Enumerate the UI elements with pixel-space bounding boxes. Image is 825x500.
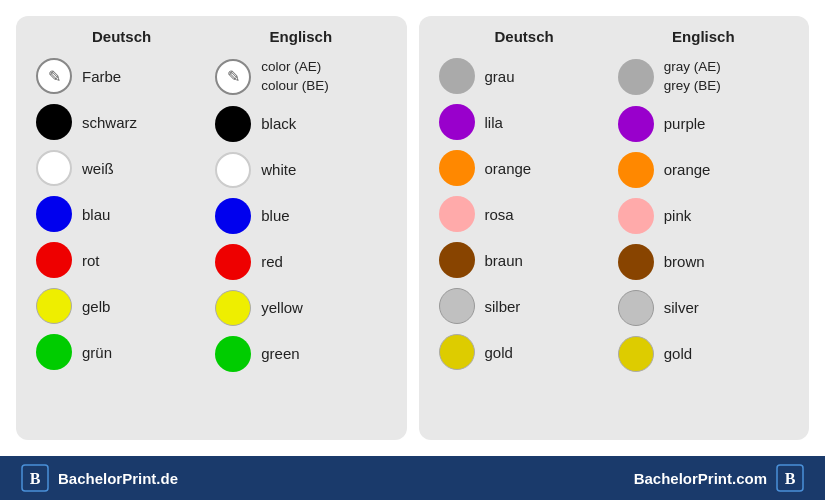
right-card: Deutsch graulilaorangerosabraunsilbergol… [419,16,810,440]
color-row-de-5: gelb [32,283,211,329]
right-col-en-header: Englisch [614,28,793,45]
color-row-en-6: gold [614,331,793,377]
color-row-en-2: white [211,147,390,193]
color-row-en-5: silver [614,285,793,331]
color-row-en-3: blue [211,193,390,239]
left-card: Deutsch ✎Farbeschwarzweißblaurotgelbgrün… [16,16,407,440]
color-row-de-0: ✎Farbe [32,53,211,99]
svg-text:B: B [30,470,41,487]
right-col-de: Deutsch graulilaorangerosabraunsilbergol… [435,28,614,377]
color-row-de-6: gold [435,329,614,375]
footer-right-brand[interactable]: BachelorPrint.com B [634,463,805,493]
color-row-de-3: blau [32,191,211,237]
color-row-en-6: green [211,331,390,377]
color-row-de-4: rot [32,237,211,283]
color-row-de-0: grau [435,53,614,99]
color-row-de-1: lila [435,99,614,145]
color-row-en-4: brown [614,239,793,285]
right-col-en: Englisch gray (AE)grey (BE)purpleorangep… [614,28,793,377]
color-row-de-1: schwarz [32,99,211,145]
svg-text:B: B [785,470,796,487]
color-row-de-2: weiß [32,145,211,191]
color-row-de-4: braun [435,237,614,283]
footer-left-brand[interactable]: B BachelorPrint.de [20,463,178,493]
left-col-de: Deutsch ✎Farbeschwarzweißblaurotgelbgrün [32,28,211,377]
main-content: Deutsch ✎Farbeschwarzweißblaurotgelbgrün… [0,0,825,456]
footer: B BachelorPrint.de BachelorPrint.com B [0,456,825,500]
left-col-de-header: Deutsch [32,28,211,45]
right-col-de-header: Deutsch [435,28,614,45]
color-row-de-3: rosa [435,191,614,237]
left-col-en: Englisch ✎color (AE)colour (BE)blackwhit… [211,28,390,377]
color-row-de-6: grün [32,329,211,375]
color-row-en-3: pink [614,193,793,239]
color-row-de-5: silber [435,283,614,329]
color-row-en-5: yellow [211,285,390,331]
color-row-en-4: red [211,239,390,285]
color-row-en-0: ✎color (AE)colour (BE) [211,53,390,101]
color-row-en-2: orange [614,147,793,193]
footer-right-icon: B [775,463,805,493]
footer-left-icon: B [20,463,50,493]
color-row-en-0: gray (AE)grey (BE) [614,53,793,101]
left-col-en-header: Englisch [211,28,390,45]
color-row-en-1: purple [614,101,793,147]
color-row-de-2: orange [435,145,614,191]
color-row-en-1: black [211,101,390,147]
